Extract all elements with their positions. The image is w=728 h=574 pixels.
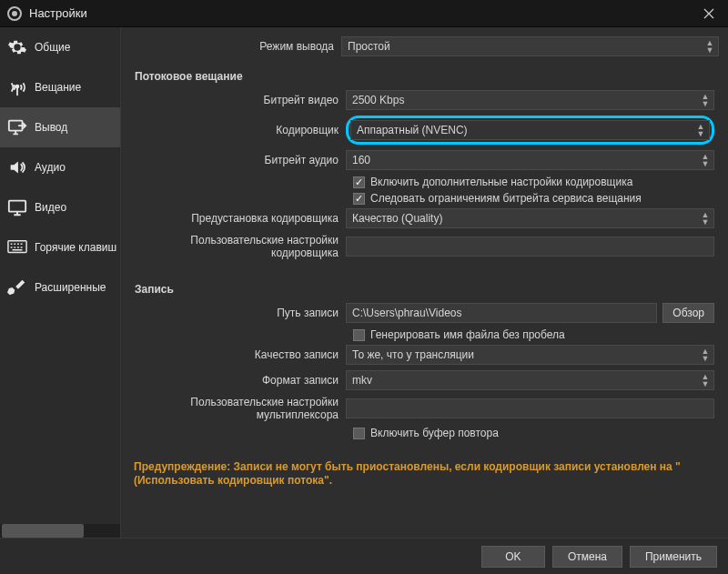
enforce-bitrate-checkbox-row[interactable]: Следовать ограничениям битрейта сервиса …	[353, 192, 714, 205]
custom-encoder-label: Пользовательские настройки кодировщика	[135, 234, 346, 259]
apply-button[interactable]: Применить	[630, 546, 717, 568]
encoder-label: Кодировщик	[135, 124, 346, 136]
recording-quality-select[interactable]: То же, что у трансляции▲▼	[346, 345, 714, 365]
window-title: Настройки	[29, 6, 690, 20]
replay-buffer-checkbox-row[interactable]: Включить буфер повтора	[353, 427, 714, 439]
video-bitrate-select[interactable]: 2500 Kbps▲▼	[346, 90, 714, 110]
checkbox-unchecked-icon	[353, 329, 365, 341]
warning-text: Предупреждение: Записи не могут быть при…	[134, 460, 715, 488]
nospace-checkbox-label: Генерировать имя файла без пробела	[370, 328, 565, 341]
sidebar-item-output[interactable]: Вывод	[0, 107, 120, 147]
audio-bitrate-select[interactable]: 160▲▼	[346, 150, 714, 170]
output-mode-select[interactable]: Простой ▲▼	[341, 36, 719, 56]
streaming-section-title: Потоковое вещание	[135, 70, 714, 83]
app-icon	[7, 6, 22, 21]
spin-icon: ▲▼	[701, 211, 710, 226]
sidebar-item-label: Горячие клавиш	[35, 241, 116, 254]
nospace-checkbox-row[interactable]: Генерировать имя файла без пробела	[353, 328, 714, 341]
keyboard-icon	[7, 237, 27, 257]
close-button[interactable]	[690, 0, 728, 27]
sidebar-item-label: Общие	[35, 41, 70, 54]
monitor-arrow-icon	[7, 117, 27, 137]
sidebar-item-label: Вывод	[35, 121, 67, 134]
recording-section: Запись Путь записи C:\Users\phrau\Videos…	[130, 275, 719, 448]
sidebar-item-label: Аудио	[35, 161, 66, 174]
gear-icon	[7, 37, 27, 57]
checkbox-checked-icon	[353, 193, 365, 205]
muxer-settings-input[interactable]	[346, 398, 714, 418]
sidebar-item-label: Расширенные	[35, 281, 106, 294]
recording-format-select[interactable]: mkv▲▼	[346, 370, 714, 390]
muxer-settings-label: Пользовательские настройки мультиплексор…	[135, 396, 346, 421]
advanced-encoder-checkbox-label: Включить дополнительные настройки кодиро…	[370, 176, 632, 188]
sidebar-item-general[interactable]: Общие	[0, 27, 120, 67]
recording-quality-label: Качество записи	[135, 348, 346, 361]
audio-bitrate-label: Битрейт аудио	[135, 154, 346, 166]
spin-icon: ▲▼	[701, 347, 710, 362]
antenna-icon	[7, 77, 27, 97]
recording-path-input[interactable]: C:\Users\phrau\Videos	[346, 303, 657, 323]
recording-section-title: Запись	[135, 283, 714, 296]
sidebar-scrollbar[interactable]	[0, 524, 120, 538]
custom-encoder-input[interactable]	[346, 237, 714, 257]
bottom-bar: OK Отмена Применить	[0, 538, 728, 574]
content-panel: Режим вывода Простой ▲▼ Потоковое вещани…	[121, 27, 728, 538]
spin-icon: ▲▼	[701, 153, 710, 167]
sidebar-item-label: Видео	[35, 201, 66, 214]
advanced-encoder-checkbox-row[interactable]: Включить дополнительные настройки кодиро…	[353, 176, 714, 188]
recording-path-label: Путь записи	[135, 307, 346, 319]
enforce-bitrate-checkbox-label: Следовать ограничениям битрейта сервиса …	[370, 192, 642, 205]
spin-icon: ▲▼	[705, 39, 714, 54]
sidebar-item-label: Вещание	[35, 81, 81, 94]
titlebar: Настройки	[0, 0, 728, 27]
cancel-button[interactable]: Отмена	[552, 546, 622, 568]
ok-button[interactable]: OK	[481, 546, 545, 568]
main-area: Общие Вещание Вывод Аудио	[0, 27, 728, 538]
spin-icon: ▲▼	[701, 93, 710, 107]
checkbox-unchecked-icon	[353, 428, 365, 439]
sidebar-item-advanced[interactable]: Расширенные	[0, 267, 120, 307]
svg-rect-3	[8, 241, 26, 253]
output-mode-label: Режим вывода	[130, 40, 341, 53]
spin-icon: ▲▼	[701, 373, 710, 388]
video-bitrate-label: Битрейт видео	[135, 94, 346, 106]
sidebar-item-video[interactable]: Видео	[0, 187, 120, 227]
preset-label: Предустановка кодировщика	[135, 212, 346, 225]
tools-icon	[7, 277, 27, 297]
monitor-icon	[7, 197, 27, 217]
encoder-select[interactable]: Аппаратный (NVENC)▲▼	[350, 120, 710, 140]
preset-select[interactable]: Качество (Quality)▲▼	[346, 208, 714, 228]
browse-button[interactable]: Обзор	[662, 303, 714, 323]
svg-rect-2	[9, 201, 25, 212]
sidebar: Общие Вещание Вывод Аудио	[0, 27, 121, 538]
checkbox-checked-icon	[353, 176, 365, 188]
replay-buffer-checkbox-label: Включить буфер повтора	[370, 427, 499, 439]
recording-format-label: Формат записи	[135, 374, 346, 387]
sidebar-item-hotkeys[interactable]: Горячие клавиш	[0, 227, 120, 267]
streaming-section: Потоковое вещание Битрейт видео 2500 Kbp…	[130, 62, 719, 269]
speaker-icon	[7, 157, 27, 177]
svg-point-0	[16, 86, 19, 88]
sidebar-item-stream[interactable]: Вещание	[0, 67, 120, 107]
sidebar-item-audio[interactable]: Аудио	[0, 147, 120, 187]
spin-icon: ▲▼	[696, 123, 705, 137]
